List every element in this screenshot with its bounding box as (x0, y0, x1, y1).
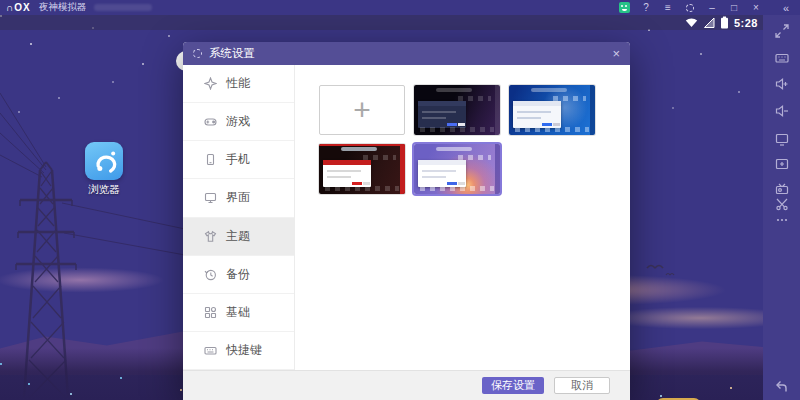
window-title: 夜神模拟器 (39, 1, 87, 14)
back-icon[interactable] (773, 377, 791, 395)
thumb-art (495, 144, 500, 194)
performance-icon (204, 77, 217, 90)
more-icon[interactable] (773, 211, 791, 229)
thumb-art (509, 85, 595, 87)
sidebar-item-label: 游戏 (226, 113, 250, 130)
birds (646, 261, 678, 279)
thumb-art (513, 101, 561, 128)
settings-gear-icon (193, 49, 202, 58)
thumb-art (515, 127, 589, 132)
sidebar-item-label: 主题 (226, 228, 250, 245)
thumb-art (323, 160, 371, 187)
dialog-title: 系统设置 (209, 46, 255, 61)
sidebar-item-label: 备份 (226, 266, 250, 283)
settings-gear-icon[interactable] (682, 1, 698, 14)
theme-tile-blue[interactable] (509, 85, 595, 135)
sidebar-item-shortcut[interactable]: 快捷键 (183, 332, 294, 370)
sidebar-item-label: 手机 (226, 151, 250, 168)
sidebar-item-label: 界面 (226, 189, 250, 206)
save-settings-button[interactable]: 保存设置 (482, 377, 544, 394)
shortcut-icon (204, 344, 217, 357)
sidebar-item-interface[interactable]: 界面 (183, 179, 294, 217)
browser-icon (85, 142, 123, 180)
thumb-art (319, 144, 405, 146)
cancel-button[interactable]: 取消 (554, 377, 610, 394)
blurred-text (94, 4, 152, 11)
clock: 5:28 (734, 17, 758, 29)
sidebar-item-label: 快捷键 (226, 342, 262, 359)
sidebar-item-label: 基础 (226, 304, 250, 321)
thumb-art (420, 186, 494, 191)
close-icon[interactable]: × (748, 1, 764, 14)
sidebar-item-basic[interactable]: 基础 (183, 294, 294, 332)
dialog-close-icon[interactable]: × (612, 47, 620, 60)
basic-icon (204, 306, 217, 319)
wifi-icon (685, 17, 698, 28)
theme-grid: + (319, 85, 595, 194)
thumb-art (418, 160, 466, 187)
store-icon[interactable] (616, 1, 632, 14)
browser-app-icon[interactable]: 浏览器 (82, 142, 126, 197)
thumb-art (325, 186, 399, 191)
screenshot-icon[interactable] (773, 155, 791, 173)
thumb-art (495, 85, 500, 135)
dialog-header: 系统设置 × (183, 42, 630, 65)
theme-tile-red[interactable] (319, 144, 405, 194)
thumb-art (414, 85, 500, 87)
browser-app-label: 浏览器 (82, 183, 126, 197)
keyboard-icon[interactable] (773, 49, 791, 67)
thumb-art (400, 144, 405, 194)
help-icon[interactable]: ? (638, 1, 654, 14)
thumb-art (590, 85, 595, 135)
cellular-signal-icon (703, 17, 715, 28)
thumb-art (418, 101, 466, 128)
system-settings-dialog: 系统设置 × 性能 游戏 手机 界面 主题 (183, 42, 630, 400)
volume-down-icon[interactable] (773, 102, 791, 120)
settings-nav-sidebar: 性能 游戏 手机 界面 主题 备份 (183, 65, 295, 370)
sidebar-item-theme[interactable]: 主题 (183, 218, 294, 256)
dialog-footer: 保存设置 取消 (183, 370, 630, 400)
thumb-art (341, 147, 377, 151)
battery-icon (720, 16, 729, 29)
thumb-art (414, 144, 500, 146)
city-lights (0, 363, 2, 365)
window-title-bar: ∩OX 夜神模拟器 ? ≡ – □ × « (0, 0, 800, 15)
thumb-art (436, 88, 472, 92)
theme-tile-purple-selected[interactable] (414, 144, 500, 194)
theme-icon (204, 230, 217, 243)
android-status-bar: 5:28 (0, 15, 763, 30)
backup-icon (204, 268, 217, 281)
game-icon (204, 115, 217, 128)
fullscreen-icon[interactable] (773, 22, 791, 40)
sidebar-item-backup[interactable]: 备份 (183, 256, 294, 294)
nox-logo: ∩OX (6, 2, 31, 13)
thumb-art (436, 147, 472, 151)
emulator-tool-sidebar (763, 15, 800, 400)
theme-tile-dark[interactable] (414, 85, 500, 135)
sidebar-item-phone[interactable]: 手机 (183, 141, 294, 179)
theme-settings-panel: + (295, 65, 630, 370)
sidebar-item-game[interactable]: 游戏 (183, 103, 294, 141)
maximize-icon[interactable]: □ (726, 1, 742, 14)
interface-icon (204, 191, 217, 204)
phone-icon (204, 153, 217, 166)
sidebar-item-performance[interactable]: 性能 (183, 65, 294, 103)
volume-up-icon[interactable] (773, 75, 791, 93)
screen-icon[interactable] (773, 130, 791, 148)
toolbar-fold-icon[interactable]: « (778, 1, 794, 14)
sidebar-item-label: 性能 (226, 75, 250, 92)
nox-emulator-window: 5:28 浏览器 ∩OX 夜神模拟器 ? ≡ – (0, 0, 800, 400)
add-theme-tile[interactable]: + (319, 85, 405, 135)
menu-icon[interactable]: ≡ (660, 1, 676, 14)
thumb-art (531, 88, 567, 92)
minimize-icon[interactable]: – (704, 1, 720, 14)
thumb-art (420, 127, 494, 132)
